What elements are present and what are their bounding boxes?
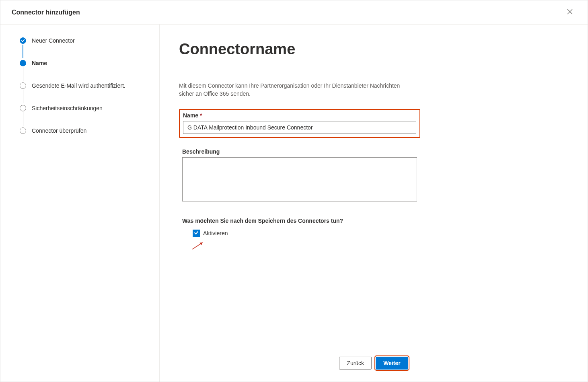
close-button[interactable] <box>563 6 576 19</box>
wizard-sidebar: Neuer Connector Name Gesendete E-Mail wi… <box>0 25 160 382</box>
description-label: Beschreibung <box>182 148 417 155</box>
back-button[interactable]: Zurück <box>339 357 372 370</box>
close-icon <box>567 9 573 16</box>
step-label: Gesendete E-Mail wird authentifiziert. <box>32 82 125 90</box>
name-input[interactable] <box>183 121 416 134</box>
required-mark: * <box>200 112 202 119</box>
step-label: Name <box>32 59 47 67</box>
description-field-group: Beschreibung <box>179 145 420 206</box>
dialog-title: Connector hinzufügen <box>12 9 80 16</box>
intro-text: Mit diesem Connector kann Ihre Partneror… <box>179 82 412 98</box>
page-title: Connectorname <box>179 41 563 58</box>
step-marker-upcoming-icon <box>20 82 26 89</box>
activate-checkbox-label: Aktivieren <box>203 230 228 236</box>
step-label: Sicherheitseinschränkungen <box>32 104 103 112</box>
activate-checkbox[interactable] <box>193 230 200 237</box>
dialog-body: Neuer Connector Name Gesendete E-Mail wi… <box>0 25 588 382</box>
checkmark-icon <box>194 230 199 237</box>
step-label: Neuer Connector <box>32 37 75 45</box>
dialog-header: Connector hinzufügen <box>0 0 588 25</box>
step-marker-upcoming-icon <box>20 127 26 134</box>
step-name[interactable]: Name <box>20 59 151 82</box>
annotation-arrow-icon <box>189 240 208 253</box>
step-label: Connector überprüfen <box>32 127 86 135</box>
wizard-steps: Neuer Connector Name Gesendete E-Mail wi… <box>20 37 151 135</box>
step-auth-email[interactable]: Gesendete E-Mail wird authentifiziert. <box>20 82 151 104</box>
step-marker-upcoming-icon <box>20 105 26 111</box>
name-field-group: Name * <box>179 109 420 138</box>
name-label: Name * <box>183 112 416 119</box>
wizard-footer: Zurück Weiter <box>160 357 588 370</box>
step-review-connector[interactable]: Connector überprüfen <box>20 127 151 135</box>
next-button[interactable]: Weiter <box>376 357 408 370</box>
step-new-connector[interactable]: Neuer Connector <box>20 37 151 59</box>
step-marker-completed-icon <box>20 37 26 44</box>
activate-checkbox-row: Aktivieren <box>193 230 563 237</box>
dialog-frame: Connector hinzufügen Neuer Connector <box>0 0 588 382</box>
wizard-main: Connectorname Mit diesem Connector kann … <box>160 25 588 382</box>
post-save-question: Was möchten Sie nach dem Speichern des C… <box>182 218 563 224</box>
description-textarea[interactable] <box>182 157 417 201</box>
step-marker-current-icon <box>20 60 26 66</box>
step-security-restrictions[interactable]: Sicherheitseinschränkungen <box>20 104 151 127</box>
